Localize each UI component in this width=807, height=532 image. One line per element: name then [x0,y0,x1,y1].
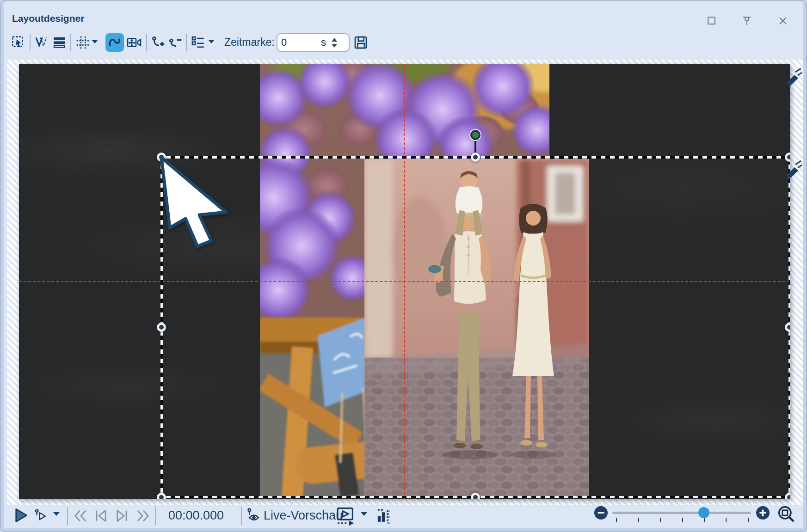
selection-handle-top-left[interactable] [157,153,166,162]
mouse-cursor [158,154,236,256]
selection-handle-bottom-right[interactable] [785,493,790,499]
grid-icon [75,35,90,50]
zoom-tick [638,518,639,522]
layout-canvas[interactable] [19,64,790,499]
skip-to-start-icon [93,508,109,523]
toolbar-separator [146,34,147,51]
zeitmarke-spinner [332,38,337,48]
edge-pen-icon-top[interactable] [783,66,802,86]
play-icon [13,508,29,523]
pin-button[interactable] [741,15,753,27]
maximize-button[interactable] [706,15,718,27]
transport-separator [241,507,242,525]
skip-to-end-icon [114,508,130,523]
layoutdesigner-window: Layoutdesigner [0,0,807,532]
toolbar-separator [70,34,71,51]
zoom-slider-track[interactable] [612,512,751,514]
zoom-fit-button[interactable] [777,505,795,523]
select-tool-icon [11,35,26,50]
selection-handle-middle-left[interactable] [157,323,166,332]
live-preview-label: Live-Vorschau [264,508,343,523]
zoom-slider-thumb[interactable] [698,507,709,518]
chevron-down-icon [53,512,60,516]
selection-handle-top-center[interactable] [471,153,480,162]
skip-to-start-button[interactable] [93,508,109,523]
preview-window-icon [335,507,356,527]
transport-separator [67,507,68,525]
selection-handle-bottom-left[interactable] [157,493,166,499]
select-tool-button[interactable] [9,33,28,52]
play-options-dropdown[interactable] [53,512,60,516]
live-preview-eye-icon [246,508,262,523]
minus-icon [598,512,604,514]
zoom-tick [682,518,683,522]
zoom-tick [660,518,661,522]
toolbar-separator [186,34,187,51]
center-guide-horizontal [19,281,790,282]
plus-icon-bar [762,509,764,516]
preview-options-dropdown[interactable] [361,512,367,516]
remove-curve-point-icon [168,35,183,50]
rewind-button[interactable] [73,508,88,523]
skip-to-end-button[interactable] [114,508,130,523]
zoom-out-button[interactable] [594,506,608,520]
keyframe-list-dropdown[interactable] [208,40,215,43]
zeitmarke-unit: s [321,37,326,49]
node-select-icon [34,35,49,50]
pin-icon [741,15,753,27]
layers-button[interactable] [50,33,68,52]
rewind-icon [73,508,88,523]
family-photo[interactable] [364,159,589,497]
fast-forward-icon [135,508,151,523]
keyframe-list-icon [191,35,205,50]
rotation-handle[interactable] [470,130,481,140]
zoom-fit-icon [777,505,795,523]
spinner-up-icon[interactable] [332,38,337,42]
current-time: 00:00.000 [164,508,224,523]
node-select-button[interactable] [32,33,51,52]
add-curve-point-button[interactable] [149,33,167,52]
transport-bar: 00:00.000 Live-Vorschau [1,505,806,530]
zoom-in-button[interactable] [756,506,770,520]
edge-pen-icon-bottom[interactable] [783,158,802,178]
play-from-marker-button[interactable] [34,508,49,522]
play-button[interactable] [13,508,29,523]
zeitmarke-field: s [277,33,350,52]
selection-handle-bottom-center[interactable] [471,493,480,499]
grid-dropdown[interactable] [92,40,98,43]
save-icon [353,35,368,50]
live-preview-toggle[interactable] [246,508,262,523]
play-from-marker-icon [34,508,49,522]
zeitmarke-input[interactable] [281,37,315,49]
motion-path-icon [107,35,122,50]
add-curve-point-icon [151,35,166,50]
chevron-down-icon [92,40,98,43]
close-icon [777,15,789,27]
layers-icon [52,35,67,50]
save-layout-button[interactable] [351,33,370,52]
grid-button[interactable] [74,33,92,52]
maximize-icon [706,15,718,27]
selection-handle-middle-right[interactable] [785,323,790,332]
window-title: Layoutdesigner [12,13,84,24]
motion-path-button[interactable] [105,33,124,52]
remove-curve-point-button[interactable] [166,33,185,52]
chevron-down-icon [361,512,367,516]
zoom-tick [704,518,705,522]
layout-toolbar: Zeitmarke: s [1,31,806,55]
preview-window-button[interactable] [335,507,356,527]
statistics-button[interactable] [376,508,392,524]
fast-forward-button[interactable] [135,508,151,523]
toolbar-separator [30,34,31,51]
close-button[interactable] [777,15,789,27]
chevron-down-icon [208,40,215,43]
zeitmarke-label: Zeitmarke: [224,36,275,49]
spinner-down-icon[interactable] [332,44,337,48]
zoom-tick [726,518,727,522]
camera-pan-icon [127,35,142,50]
camera-pan-button[interactable] [125,33,143,52]
zoom-tick [748,518,749,522]
zoom-tick [616,518,617,522]
statistics-icon [376,508,392,524]
keyframe-list-button[interactable] [189,33,207,52]
